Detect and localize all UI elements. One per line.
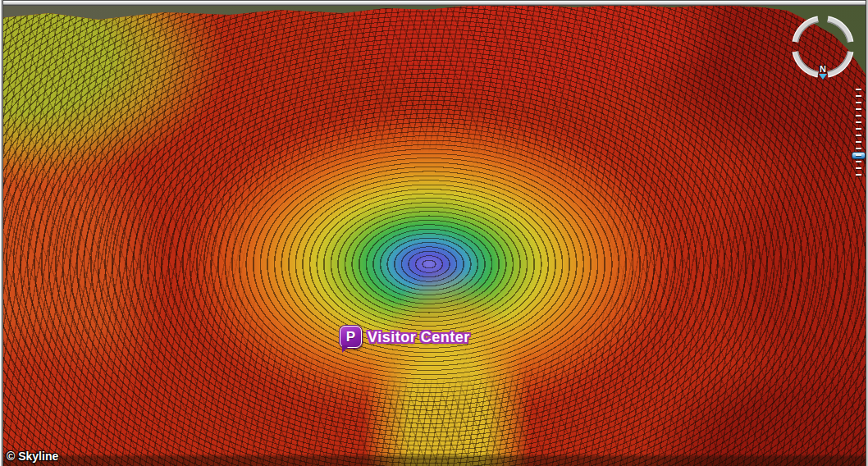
slider-tick xyxy=(856,89,861,90)
north-arrow-icon xyxy=(819,74,827,80)
visitor-center-placemark[interactable]: P Visitor Center xyxy=(340,326,470,348)
slider-tick xyxy=(856,167,861,169)
slider-tick xyxy=(856,102,861,103)
terrain-3d-viewport[interactable]: P Visitor Center N xyxy=(0,0,868,466)
contour-lines-texture xyxy=(0,0,868,466)
slider-tick xyxy=(856,141,861,143)
north-indicator[interactable]: N xyxy=(790,64,856,80)
window-border-left xyxy=(0,0,3,466)
slider-tick xyxy=(856,128,861,130)
place-marker-icon[interactable]: P xyxy=(340,326,362,348)
copyright-label: © Skyline xyxy=(7,450,58,463)
slider-tick xyxy=(856,161,861,162)
slider-tick xyxy=(856,148,861,149)
north-label: N xyxy=(790,64,856,74)
slider-tick xyxy=(856,174,861,176)
slider-tick xyxy=(856,95,861,97)
bottom-terrain-shadow xyxy=(0,454,868,466)
marker-letter: P xyxy=(346,330,355,344)
slider-tick xyxy=(856,135,861,136)
slider-tick xyxy=(856,154,861,156)
terrain-elevation-map[interactable] xyxy=(0,0,868,466)
zoom-slider[interactable] xyxy=(852,89,866,189)
slider-tick xyxy=(856,115,861,116)
placemark-label: Visitor Center xyxy=(368,329,470,346)
slider-tick xyxy=(856,121,861,123)
slider-tick xyxy=(856,108,861,110)
window-border-top xyxy=(0,0,868,6)
marker-pin-tail xyxy=(342,345,349,353)
